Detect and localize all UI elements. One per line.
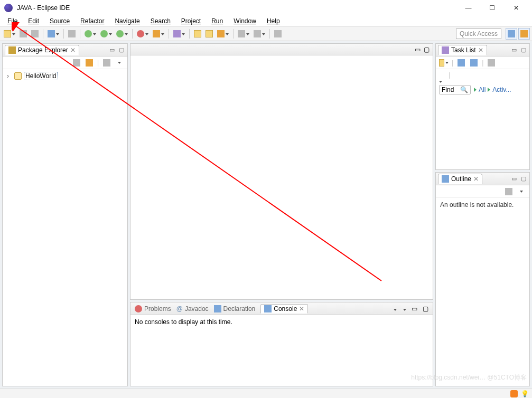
display-console-button[interactable] [393, 305, 397, 312]
new-package-button[interactable] [135, 29, 146, 39]
open-perspective-button[interactable] [506, 28, 517, 40]
java-perspective-button[interactable] [518, 28, 530, 40]
pin-editor-button[interactable] [273, 29, 283, 39]
console-maximize-button[interactable]: ▢ [423, 305, 428, 312]
menu-refactor[interactable]: Refactor [75, 16, 109, 26]
console-minimize-button[interactable]: ▭ [412, 305, 417, 312]
editor-maximize-button[interactable]: ▢ [424, 46, 430, 53]
outline-maximize-button[interactable]: ▢ [520, 175, 527, 183]
tab-javadoc[interactable]: @ Javadoc [176, 305, 209, 312]
workbench: Package Explorer ✕ ▭ ▢ | › HelloWorld [0, 41, 532, 388]
toolbar-sep [189, 29, 190, 39]
window-controls: — ☐ ✕ [456, 0, 528, 16]
editor-minimize-button[interactable]: ▭ [415, 46, 421, 53]
tree-project-row[interactable]: › HelloWorld [6, 71, 124, 81]
task-list-tab[interactable]: Task List ✕ [438, 45, 487, 55]
tab-problems[interactable]: Problems [135, 305, 171, 312]
right-column: Task List ✕ ▭ ▢ | | | [434, 41, 532, 388]
chevron-down-icon[interactable] [439, 81, 442, 83]
coverage-button[interactable] [115, 29, 125, 39]
menu-search[interactable]: Search [145, 16, 176, 26]
tab-declaration[interactable]: Declaration [214, 305, 256, 312]
outline-view: Outline ✕ ▭ ▢ An outline is not availabl… [435, 172, 530, 386]
task-list-tab-label: Task List [451, 46, 476, 54]
new-button[interactable] [2, 29, 13, 39]
maximize-view-button[interactable]: ▢ [118, 46, 125, 54]
task-all-link[interactable]: All [479, 86, 486, 93]
menu-project[interactable]: Project [176, 16, 206, 26]
outline-tab[interactable]: Outline ✕ [438, 174, 482, 184]
schedule-button[interactable] [469, 58, 479, 68]
search-button[interactable] [216, 29, 226, 39]
outline-focus-button[interactable] [504, 187, 514, 196]
outline-minimize-button[interactable]: ▭ [510, 175, 518, 183]
menu-help[interactable]: Help [262, 16, 285, 26]
tab-console-label: Console [274, 305, 297, 312]
package-icon [8, 46, 16, 54]
save-button[interactable] [18, 29, 29, 39]
new-class-button[interactable] [151, 29, 162, 39]
toolbar-sep [169, 29, 169, 39]
main-toolbar: Quick Access [0, 26, 532, 41]
package-explorer-tree[interactable]: › HelloWorld [3, 69, 127, 386]
toolbar-sep [43, 29, 43, 39]
debug-button[interactable] [83, 29, 94, 39]
arrow-right-icon [488, 88, 490, 92]
nav-back-button[interactable] [236, 29, 247, 39]
focus-task-button[interactable] [102, 58, 111, 68]
task-find-input[interactable]: Find 🔍 [439, 85, 471, 94]
menu-run[interactable]: Run [206, 16, 228, 26]
menu-source[interactable]: Source [44, 16, 75, 26]
package-explorer-tab-label: Package Explorer [18, 46, 68, 54]
focus-workweek-button[interactable] [487, 58, 496, 68]
new-task-button[interactable] [439, 58, 449, 68]
console-empty-text: No consoles to display at this time. [135, 318, 232, 326]
nav-fwd-button[interactable] [252, 29, 263, 39]
tip-icon[interactable]: 💡 [521, 390, 529, 397]
open-console-button[interactable] [402, 305, 406, 312]
run-button[interactable] [99, 29, 109, 39]
close-button[interactable]: ✕ [504, 0, 528, 16]
expand-icon[interactable]: › [7, 72, 12, 80]
tab-close-icon[interactable]: ✕ [70, 46, 76, 54]
tab-javadoc-label: Javadoc [185, 305, 209, 312]
menu-file[interactable]: File [2, 16, 23, 26]
package-explorer-toolbar: | [3, 56, 127, 69]
open-task-button[interactable] [172, 29, 182, 39]
minimize-button[interactable]: — [456, 0, 480, 16]
feed-icon[interactable] [510, 390, 518, 397]
categorize-button[interactable] [456, 58, 466, 68]
collapse-all-button[interactable] [72, 58, 81, 68]
quick-access-input[interactable]: Quick Access [456, 29, 501, 39]
skip-breakpoints-button[interactable] [67, 29, 77, 39]
package-explorer-tab[interactable]: Package Explorer ✕ [5, 45, 79, 55]
tasklist-maximize-button[interactable]: ▢ [520, 46, 527, 54]
tab-console[interactable]: Console ✕ [260, 304, 308, 314]
toolbar-sep [132, 29, 133, 39]
outline-tab-label: Outline [451, 175, 471, 183]
open-type-button[interactable] [46, 29, 57, 39]
tab-close-icon[interactable]: ✕ [473, 175, 479, 183]
left-column: Package Explorer ✕ ▭ ▢ | › HelloWorld [0, 41, 129, 388]
package-explorer-tabs: Package Explorer ✕ ▭ ▢ [3, 44, 127, 56]
menu-window[interactable]: Window [228, 16, 262, 26]
bottom-tabs: Problems @ Javadoc Declaration Console ✕ [130, 302, 433, 315]
save-all-button[interactable] [30, 29, 40, 39]
open-file-button[interactable] [192, 29, 203, 39]
menu-navigate[interactable]: Navigate [109, 16, 145, 26]
maximize-button[interactable]: ☐ [480, 0, 504, 16]
tab-close-icon[interactable]: ✕ [299, 305, 304, 312]
editor-area[interactable]: ▭ ▢ [130, 43, 433, 300]
java-project-icon [14, 72, 22, 80]
link-editor-button[interactable] [85, 58, 94, 68]
tab-close-icon[interactable]: ✕ [478, 46, 483, 54]
toolbar-sep [233, 29, 234, 39]
open-project-button[interactable] [204, 29, 214, 39]
menu-edit[interactable]: Edit [23, 16, 44, 26]
minimize-view-button[interactable]: ▭ [108, 46, 116, 54]
outline-menu-button[interactable] [517, 187, 526, 196]
task-activ-link[interactable]: Activ... [492, 86, 511, 93]
view-menu-button[interactable] [115, 58, 124, 68]
tasklist-minimize-button[interactable]: ▭ [510, 46, 518, 54]
perspective-switcher [506, 28, 530, 40]
